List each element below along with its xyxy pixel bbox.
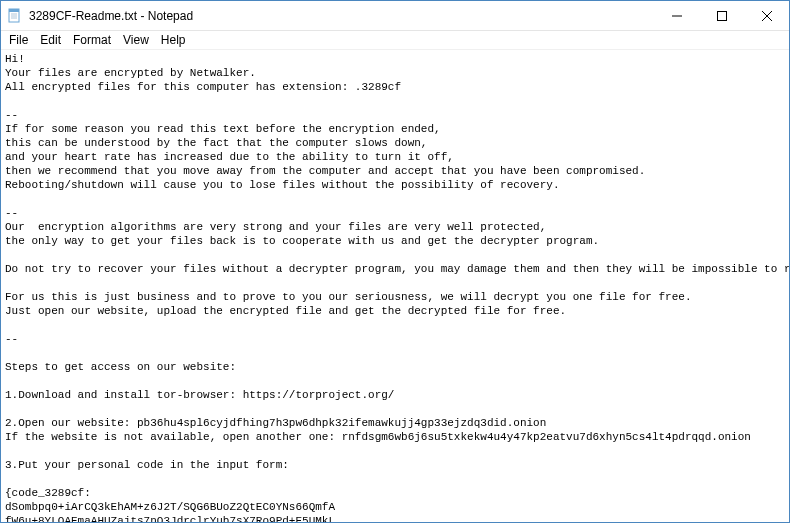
svg-rect-6 [717, 11, 726, 20]
maximize-button[interactable] [699, 1, 744, 30]
menu-file[interactable]: File [3, 32, 34, 48]
menu-format[interactable]: Format [67, 32, 117, 48]
window-controls [654, 1, 789, 30]
text-area[interactable]: Hi! Your files are encrypted by Netwalke… [1, 50, 789, 522]
close-button[interactable] [744, 1, 789, 30]
menu-view[interactable]: View [117, 32, 155, 48]
notepad-icon [7, 8, 23, 24]
window-title: 3289CF-Readme.txt - Notepad [29, 9, 654, 23]
menu-edit[interactable]: Edit [34, 32, 67, 48]
titlebar[interactable]: 3289CF-Readme.txt - Notepad [1, 1, 789, 31]
svg-rect-1 [9, 9, 19, 12]
menubar: File Edit Format View Help [1, 31, 789, 50]
menu-help[interactable]: Help [155, 32, 192, 48]
minimize-button[interactable] [654, 1, 699, 30]
